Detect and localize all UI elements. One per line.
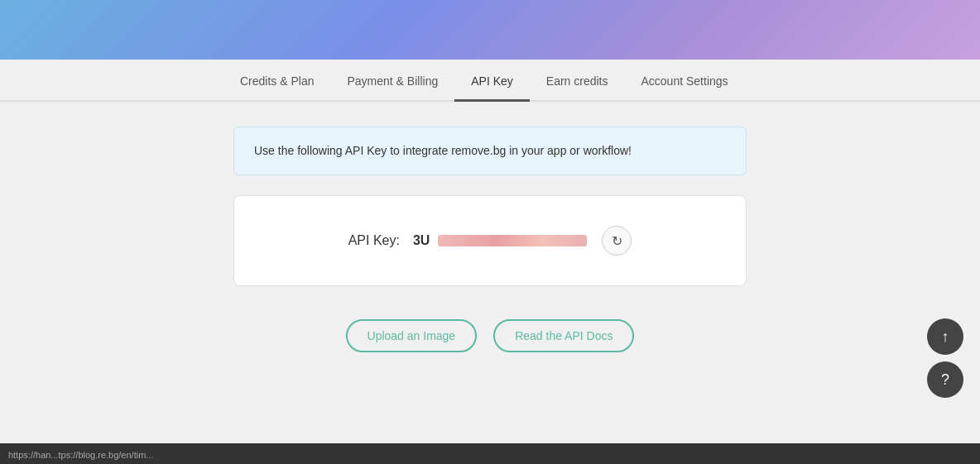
main-content: Credits & Plan Payment & Billing API Key… [0,60,980,443]
refresh-api-key-button[interactable]: ↻ [602,226,632,256]
scroll-buttons: ↑ ? [927,318,963,398]
refresh-icon: ↻ [612,233,622,249]
tab-payment-billing[interactable]: Payment & Billing [330,60,454,102]
action-buttons: Upload an Image Read the API Docs [233,319,747,352]
api-key-card: API Key: 3U ↻ [233,195,747,286]
status-bar-text: https://han...tps://blog.re.bg/en/tim... [8,450,153,460]
tab-credits-plan[interactable]: Credits & Plan [223,60,330,102]
tabs-container: Credits & Plan Payment & Billing API Key… [0,60,980,102]
info-banner-text: Use the following API Key to integrate r… [254,144,632,157]
read-api-docs-button[interactable]: Read the API Docs [493,319,634,352]
help-button[interactable]: ? [927,361,963,398]
help-icon: ? [941,371,949,389]
tab-account-settings[interactable]: Account Settings [625,60,745,102]
tab-earn-credits[interactable]: Earn credits [530,60,625,102]
upload-image-button[interactable]: Upload an Image [346,319,478,352]
info-banner: Use the following API Key to integrate r… [233,127,747,175]
content-wrapper: Use the following API Key to integrate r… [217,102,763,410]
api-key-value-wrapper: 3U [413,233,588,248]
hero-banner [0,0,980,60]
status-bar: https://han...tps://blog.re.bg/en/tim... [0,446,980,464]
scroll-up-icon: ↑ [942,328,949,346]
scroll-up-button[interactable]: ↑ [927,318,963,355]
tab-api-key[interactable]: API Key [454,60,530,102]
api-key-prefix: 3U [413,233,430,248]
api-key-label: API Key: [348,233,400,248]
api-key-masked [438,235,587,246]
